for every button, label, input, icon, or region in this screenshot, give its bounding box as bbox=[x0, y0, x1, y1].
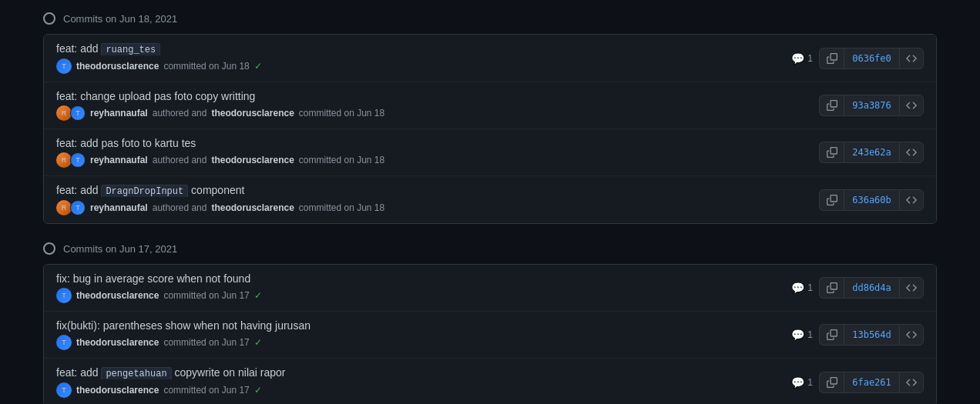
comment-icon: 💬 bbox=[791, 376, 804, 389]
commit-hash-group: 6fae261 bbox=[819, 372, 924, 393]
comment-number: 1 bbox=[807, 282, 813, 293]
comment-count: 💬 1 bbox=[791, 376, 813, 389]
table-row: feat: add pengetahuan copywrite on nilai… bbox=[44, 359, 936, 404]
commit-hash-link[interactable]: 636a60b bbox=[844, 189, 899, 211]
verified-check-icon: ✓ bbox=[254, 61, 262, 72]
comment-number: 1 bbox=[807, 377, 813, 388]
date-label-jun18: Commits on Jun 18, 2021 bbox=[63, 13, 177, 25]
avatar: T bbox=[56, 58, 72, 74]
author-name[interactable]: theodorusclarence bbox=[76, 385, 159, 396]
browse-code-button[interactable] bbox=[899, 95, 924, 116]
commit-hash-group: 93a3876 bbox=[819, 95, 924, 116]
commit-meta: R T reyhannaufal authored and theodorusc… bbox=[56, 152, 807, 168]
commit-hash-link[interactable]: dd86d4a bbox=[844, 277, 899, 299]
avatar: R bbox=[56, 152, 72, 168]
commit-meta: T theodorusclarence committed on Jun 17 … bbox=[56, 288, 779, 303]
copy-hash-button[interactable] bbox=[819, 95, 844, 116]
avatar-secondary: T bbox=[70, 105, 86, 121]
commits-container: Commits on Jun 18, 2021 feat: add ruang_… bbox=[28, 0, 952, 404]
avatar: R bbox=[56, 200, 72, 215]
table-row: feat: add ruang_tes T theodorusclarence … bbox=[44, 35, 936, 82]
committer-name[interactable]: theodorusclarence bbox=[211, 155, 294, 165]
copy-hash-button[interactable] bbox=[819, 324, 844, 346]
browse-code-button[interactable] bbox=[899, 372, 924, 393]
table-row: feat: change upload pas foto copy writti… bbox=[44, 82, 936, 129]
commit-hash-link[interactable]: 6fae261 bbox=[844, 372, 899, 393]
committer-name[interactable]: theodorusclarence bbox=[211, 108, 294, 119]
commit-left: feat: add pengetahuan copywrite on nilai… bbox=[56, 366, 779, 398]
commit-left: feat: change upload pas foto copy writti… bbox=[56, 90, 807, 121]
table-row: feat: add DragnDropInput component R T r… bbox=[44, 176, 936, 223]
commit-hash-group: 0636fe0 bbox=[819, 48, 924, 69]
commit-message: fix(bukti): parentheses show when not ha… bbox=[56, 319, 779, 332]
comment-number: 1 bbox=[807, 329, 813, 340]
comment-icon: 💬 bbox=[791, 329, 804, 341]
commit-message: feat: add ruang_tes bbox=[56, 42, 779, 55]
copy-hash-button[interactable] bbox=[819, 372, 844, 393]
copy-hash-button[interactable] bbox=[819, 48, 844, 69]
copy-hash-button[interactable] bbox=[819, 142, 844, 163]
comment-icon: 💬 bbox=[791, 282, 804, 294]
commit-left: fix(bukti): parentheses show when not ha… bbox=[56, 319, 779, 350]
copy-hash-button[interactable] bbox=[819, 189, 844, 211]
commit-right: 93a3876 bbox=[819, 95, 924, 116]
timeline-dot bbox=[43, 242, 55, 255]
browse-code-button[interactable] bbox=[899, 324, 924, 346]
commit-hash-group: 13b564d bbox=[819, 324, 924, 346]
verified-check-icon: ✓ bbox=[254, 337, 262, 348]
commit-hash-group: 636a60b bbox=[819, 189, 924, 211]
commit-right: 243e62a bbox=[819, 142, 924, 163]
commit-right: 💬 1 13b564d bbox=[791, 324, 924, 346]
commit-hash-link[interactable]: 0636fe0 bbox=[844, 48, 899, 69]
commit-meta: T theodorusclarence committed on Jun 18 … bbox=[56, 58, 779, 74]
commit-message: fix: bug in average score when not found bbox=[56, 272, 779, 285]
author-name[interactable]: theodorusclarence bbox=[76, 61, 159, 72]
commit-hash-group: dd86d4a bbox=[819, 277, 924, 299]
avatar-secondary: T bbox=[70, 200, 86, 215]
avatar: T bbox=[56, 382, 72, 398]
browse-code-button[interactable] bbox=[899, 277, 924, 299]
commit-message: feat: add DragnDropInput component bbox=[56, 184, 807, 197]
commit-hash-link[interactable]: 93a3876 bbox=[844, 95, 899, 116]
table-row: feat: add pas foto to kartu tes R T reyh… bbox=[44, 129, 936, 176]
author-name[interactable]: reyhannaufal bbox=[90, 155, 148, 165]
commit-hash-link[interactable]: 13b564d bbox=[844, 324, 899, 346]
browse-code-button[interactable] bbox=[899, 48, 924, 69]
verified-check-icon: ✓ bbox=[254, 290, 262, 301]
commit-message: feat: add pas foto to kartu tes bbox=[56, 137, 807, 149]
date-header-jun18: Commits on Jun 18, 2021 bbox=[43, 12, 937, 25]
commits-list-jun17: fix: bug in average score when not found… bbox=[43, 264, 937, 404]
comment-count: 💬 1 bbox=[791, 329, 813, 341]
commit-right: 💬 1 dd86d4a bbox=[791, 277, 924, 299]
commit-left: fix: bug in average score when not found… bbox=[56, 272, 779, 303]
date-group-jun18: Commits on Jun 18, 2021 feat: add ruang_… bbox=[43, 12, 937, 224]
browse-code-button[interactable] bbox=[899, 189, 924, 211]
avatar: T bbox=[56, 288, 72, 303]
comment-count: 💬 1 bbox=[791, 52, 813, 65]
table-row: fix(bukti): parentheses show when not ha… bbox=[44, 312, 936, 359]
browse-code-button[interactable] bbox=[899, 142, 924, 163]
comment-icon: 💬 bbox=[791, 52, 804, 65]
commit-left: feat: add pas foto to kartu tes R T reyh… bbox=[56, 137, 807, 168]
timeline-dot bbox=[43, 12, 55, 25]
commit-message: feat: change upload pas foto copy writti… bbox=[56, 90, 807, 102]
commit-right: 636a60b bbox=[819, 189, 924, 211]
date-group-jun17: Commits on Jun 17, 2021 fix: bug in aver… bbox=[43, 242, 937, 404]
comment-number: 1 bbox=[807, 53, 813, 64]
author-name[interactable]: reyhannaufal bbox=[90, 202, 148, 213]
author-name[interactable]: theodorusclarence bbox=[76, 337, 159, 348]
commit-meta: T theodorusclarence committed on Jun 17 … bbox=[56, 382, 779, 398]
avatar: R bbox=[56, 105, 72, 121]
author-name[interactable]: theodorusclarence bbox=[76, 290, 159, 301]
commit-message: feat: add pengetahuan copywrite on nilai… bbox=[56, 366, 779, 379]
copy-hash-button[interactable] bbox=[819, 277, 844, 299]
commit-right: 💬 1 0636fe0 bbox=[791, 48, 924, 69]
avatar: T bbox=[56, 335, 72, 350]
commits-list-jun18: feat: add ruang_tes T theodorusclarence … bbox=[43, 34, 937, 224]
commit-meta: R T reyhannaufal authored and theodorusc… bbox=[56, 105, 807, 121]
avatar-secondary: T bbox=[70, 152, 86, 168]
author-name[interactable]: reyhannaufal bbox=[90, 108, 148, 119]
committer-name[interactable]: theodorusclarence bbox=[211, 202, 294, 213]
commit-hash-link[interactable]: 243e62a bbox=[844, 142, 899, 163]
commit-left: feat: add DragnDropInput component R T r… bbox=[56, 184, 807, 215]
